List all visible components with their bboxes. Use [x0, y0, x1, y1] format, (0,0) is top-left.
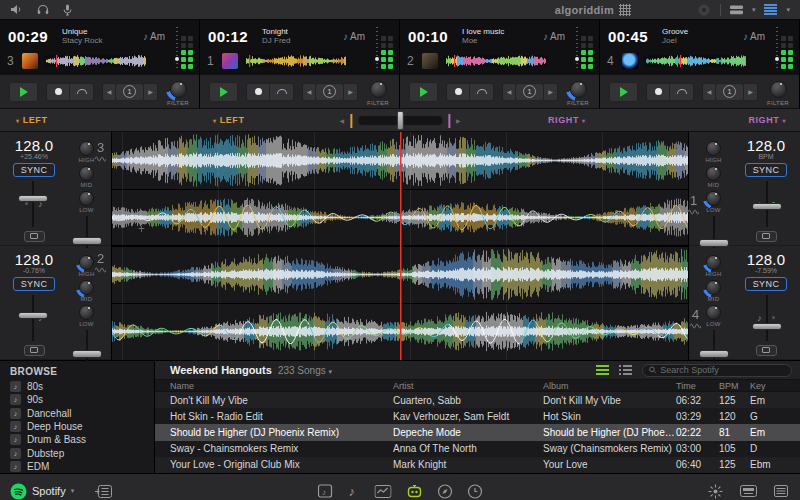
eq-high-knob[interactable]: [79, 141, 94, 156]
sync-button[interactable]: SYNC: [13, 163, 55, 177]
deck-overview-waveform[interactable]: [44, 55, 148, 67]
volume-fader-handle[interactable]: [72, 237, 102, 245]
tempo-slider-track[interactable]: [32, 181, 34, 227]
sync-button[interactable]: SYNC: [745, 277, 787, 291]
keyboard-shortcuts-icon[interactable]: [740, 485, 757, 497]
playlist-count[interactable]: 233 Songs ▾: [278, 365, 332, 376]
column-key[interactable]: Key: [750, 381, 800, 391]
search-field[interactable]: [642, 364, 792, 377]
eq-high-knob[interactable]: [706, 255, 721, 270]
filter-knob[interactable]: [170, 81, 187, 98]
eq-high-knob[interactable]: [79, 255, 94, 270]
track-row[interactable]: Your Love - Original Club Mix Mark Knigh…: [155, 457, 800, 473]
key-lock-button[interactable]: [24, 345, 45, 356]
deck-overview-waveform[interactable]: [244, 55, 348, 67]
sync-button[interactable]: SYNC: [745, 163, 787, 177]
tempo-slider-track[interactable]: [32, 295, 34, 341]
crossfader-left-arrow-icon[interactable]: ◀: [339, 117, 344, 124]
record-icon[interactable]: [697, 3, 711, 17]
deck-assign-left-inner[interactable]: ▾LEFT: [213, 115, 245, 125]
loop-toggle-button[interactable]: 1: [516, 83, 544, 101]
zoom-in-icon[interactable]: +: [673, 138, 680, 152]
deck-overview-waveform[interactable]: [444, 55, 548, 67]
loop-toggle-button[interactable]: 1: [716, 83, 744, 101]
eq-mid-knob[interactable]: [706, 166, 721, 181]
crossfader-handle[interactable]: [397, 111, 404, 130]
tempo-slider-track[interactable]: [766, 295, 768, 341]
deck-layout-icon[interactable]: [730, 5, 743, 15]
waveform-zoom-icon[interactable]: [690, 323, 701, 329]
tempo-slider-track[interactable]: [766, 181, 768, 227]
play-button[interactable]: [9, 82, 38, 102]
crossfader-track[interactable]: [358, 116, 442, 125]
play-button[interactable]: [409, 82, 438, 102]
pitch-bend-button[interactable]: [470, 83, 494, 101]
track-row[interactable]: Sway - Chainsmokers Remix Anna Of The No…: [155, 441, 800, 457]
volume-fader-handle[interactable]: [72, 350, 102, 358]
pitch-bend-button[interactable]: [70, 83, 94, 101]
table-view-icon[interactable]: [774, 485, 788, 497]
source-selector[interactable]: Spotify ▾: [10, 483, 112, 500]
eq-high-knob[interactable]: [706, 141, 721, 156]
volume-fader-track[interactable]: [713, 216, 715, 248]
loop-double-button[interactable]: ▶: [344, 83, 358, 101]
eq-low-knob[interactable]: [706, 305, 721, 320]
sync-button[interactable]: SYNC: [13, 277, 55, 291]
track-row[interactable]: Don't Kill My Vibe Cuartero, Sabb Don't …: [155, 392, 800, 408]
deck-assign-right-inner[interactable]: RIGHT▾: [548, 115, 586, 125]
column-name[interactable]: Name: [155, 381, 393, 391]
library-view-caret-icon[interactable]: ▾: [786, 6, 790, 14]
automix-icon[interactable]: [407, 484, 423, 498]
deck-overview-waveform[interactable]: [644, 55, 748, 67]
headphones-icon[interactable]: [37, 4, 49, 15]
volume-fader-track[interactable]: [713, 330, 715, 362]
explore-icon[interactable]: [438, 484, 453, 499]
media-library-icon[interactable]: [95, 485, 112, 498]
track-row[interactable]: Should be Higher (DJ Phoenix Remix) Depe…: [155, 424, 800, 440]
sidebar-playlist-item[interactable]: ♪ Deep House: [0, 420, 154, 433]
sidebar-playlist-item[interactable]: ♪ Dancehall: [0, 407, 154, 420]
cue-button[interactable]: [46, 83, 70, 101]
column-bpm[interactable]: BPM: [719, 381, 750, 391]
play-button[interactable]: [609, 82, 638, 102]
search-input[interactable]: [660, 365, 785, 375]
cue-button[interactable]: [446, 83, 470, 101]
sidebar-playlist-item[interactable]: ♪ 80s: [0, 380, 154, 393]
loop-toggle-button[interactable]: 1: [116, 83, 144, 101]
loop-halve-button[interactable]: ◀: [102, 83, 116, 101]
deck-assign-left-outer[interactable]: ▾LEFT: [16, 115, 48, 125]
loop-double-button[interactable]: ▶: [144, 83, 158, 101]
history-icon[interactable]: [468, 484, 483, 499]
waveform-zoom-icon[interactable]: [95, 156, 106, 162]
volume-fader-handle[interactable]: [699, 350, 729, 358]
zoom-in-icon[interactable]: +: [138, 222, 145, 236]
tempo-slider-handle[interactable]: [18, 195, 48, 202]
loop-halve-button[interactable]: ◀: [702, 83, 716, 101]
sidebar-playlist-item[interactable]: ♪ 90s: [0, 393, 154, 406]
list-view-icon[interactable]: [596, 365, 609, 375]
tempo-slider-handle[interactable]: [18, 312, 48, 319]
library-view-icon[interactable]: [764, 4, 777, 15]
deck-layout-caret-icon[interactable]: ▾: [752, 6, 756, 14]
key-lock-button[interactable]: [24, 231, 45, 242]
sidebar-playlist-item[interactable]: ♪ EDM: [0, 460, 154, 473]
eq-low-knob[interactable]: [706, 191, 721, 206]
crossfader-right-arrow-icon[interactable]: ▶: [456, 117, 461, 124]
column-time[interactable]: Time: [676, 381, 719, 391]
volume-fader-track[interactable]: [86, 330, 88, 362]
tempo-slider-handle[interactable]: [752, 203, 782, 210]
loop-halve-button[interactable]: ◀: [502, 83, 516, 101]
loop-double-button[interactable]: ▶: [744, 83, 758, 101]
column-artist[interactable]: Artist: [393, 381, 543, 391]
loop-double-button[interactable]: ▶: [544, 83, 558, 101]
volume-fader-track[interactable]: [86, 216, 88, 248]
cue-button[interactable]: [246, 83, 270, 101]
waveform-zoom-icon[interactable]: [95, 267, 106, 273]
cue-button[interactable]: [646, 83, 670, 101]
effects-icon[interactable]: [708, 484, 723, 499]
key-lock-button[interactable]: [756, 231, 777, 242]
main-waveforms[interactable]: [112, 132, 688, 360]
sidebar-playlist-item[interactable]: ♪ Drum & Bass: [0, 433, 154, 446]
waveform-view-icon[interactable]: [375, 485, 392, 498]
track-row[interactable]: Hot Skin - Radio Edit Kav Verhouzer, Sam…: [155, 408, 800, 424]
